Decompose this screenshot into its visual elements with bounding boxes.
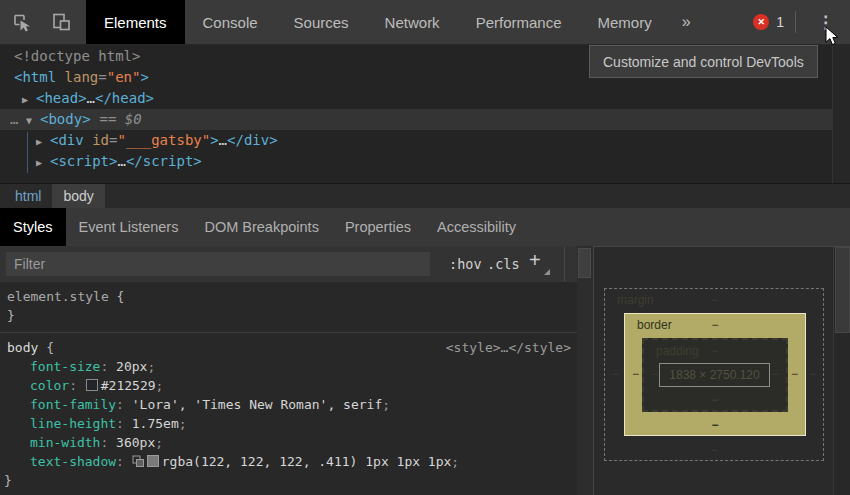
tab-styles-label: Styles — [13, 219, 53, 235]
new-style-rule-button[interactable]: + — [529, 249, 541, 272]
tab-accessibility[interactable]: Accessibility — [424, 208, 529, 246]
padding-top-value[interactable]: − — [644, 344, 786, 358]
dom-node-script[interactable]: ▶<script>…</script> — [0, 151, 850, 172]
div-attr-value: "___gatsby" — [117, 132, 210, 148]
padding-right-value[interactable]: − — [772, 367, 779, 381]
scrollbar-thumb[interactable] — [835, 247, 850, 333]
tab-styles[interactable]: Styles — [0, 208, 66, 246]
padding-left-value[interactable]: − — [651, 367, 658, 381]
css-property-row[interactable]: color: #212529; — [0, 376, 577, 395]
styles-pane-scrollbar[interactable] — [577, 246, 593, 495]
tab-memory-label: Memory — [598, 14, 652, 31]
dom-node-head[interactable]: ▶<head>…</head> — [0, 88, 850, 109]
css-property-row[interactable]: text-shadow: rgba(122, 122, 122, .411) 1… — [0, 452, 577, 471]
script-ellipsis[interactable]: … — [117, 153, 125, 169]
inspect-element-icon[interactable] — [7, 7, 37, 37]
css-property-row[interactable]: line-height: 1.75em; — [0, 414, 577, 433]
div-ellipsis[interactable]: … — [219, 132, 227, 148]
script-tag-open: <script> — [50, 153, 117, 169]
css-property-row[interactable]: font-family: 'Lora', 'Times New Roman', … — [0, 395, 577, 414]
box-model-diagram: margin − − − − border − − − − padding − … — [594, 247, 834, 495]
device-toolbar-icon[interactable] — [46, 7, 76, 37]
node-options-ellipsis[interactable]: … — [8, 109, 26, 130]
property-name[interactable]: font-size — [30, 359, 100, 374]
property-name[interactable]: line-height — [30, 416, 116, 431]
css-property-row[interactable]: min-width: 360px; — [0, 433, 577, 452]
tab-performance[interactable]: Performance — [458, 0, 580, 44]
property-name[interactable]: min-width — [30, 435, 100, 450]
body-style-rule[interactable]: body {<style>…</style> font-size: 20px; … — [0, 333, 577, 495]
expand-arrow-icon[interactable]: ▶ — [36, 152, 50, 173]
property-value[interactable]: 1.75em — [132, 416, 179, 431]
error-icon: ✕ — [753, 14, 769, 30]
color-swatch[interactable] — [147, 455, 159, 467]
head-tag-close: </head> — [95, 90, 154, 106]
filter-input[interactable] — [6, 252, 430, 276]
breadcrumb-item-body[interactable]: body — [52, 184, 104, 208]
collapse-arrow-icon[interactable]: ▼ — [26, 110, 40, 131]
box-model-content[interactable]: 1838 × 2750.120 — [659, 363, 770, 387]
selected-node-flag: == $0 — [100, 111, 142, 127]
property-value[interactable]: 'Lora', 'Times New Roman', serif — [132, 397, 382, 412]
dom-node-gatsby-div[interactable]: ▶<div id="___gatsby">…</div> — [0, 130, 850, 151]
border-bottom-value[interactable]: − — [625, 418, 805, 432]
tooltip: Customize and control DevTools — [589, 45, 818, 78]
colon: : — [100, 359, 116, 374]
more-tabs-icon[interactable]: » — [670, 0, 703, 44]
border-left-value[interactable]: − — [632, 367, 639, 381]
toggle-class-button[interactable]: .cls — [487, 252, 520, 276]
error-badge[interactable]: ✕ 1 — [753, 14, 784, 30]
body-rule-selector[interactable]: body — [7, 340, 46, 355]
property-value[interactable]: #212529 — [101, 378, 156, 393]
margin-left-value[interactable]: − — [612, 367, 619, 381]
margin-top-value[interactable]: − — [605, 293, 823, 307]
tab-console[interactable]: Console — [185, 0, 276, 44]
box-model-border[interactable]: border − − − − padding − − − − 1838 × 27… — [624, 313, 806, 436]
colon: : — [69, 378, 85, 393]
doctype-text: <!doctype html> — [14, 48, 140, 64]
inline-style-selector[interactable]: element.style — [7, 289, 117, 304]
tab-dom-breakpoints[interactable]: DOM Breakpoints — [191, 208, 331, 246]
toggle-hover-state-button[interactable]: :hov — [449, 252, 482, 276]
scrollbar-thumb[interactable] — [578, 248, 591, 278]
breadcrumb-item-html[interactable]: html — [4, 184, 52, 208]
property-name[interactable]: color — [30, 378, 69, 393]
dom-tree-scrollbar[interactable] — [832, 45, 850, 183]
margin-bottom-value[interactable]: − — [605, 443, 823, 457]
padding-bottom-value[interactable]: − — [644, 393, 786, 407]
tab-event-listeners-label: Event Listeners — [79, 219, 179, 235]
computed-pane-scrollbar[interactable] — [833, 247, 850, 495]
tab-properties[interactable]: Properties — [332, 208, 424, 246]
dom-node-body-selected[interactable]: …▼<body>== $0 — [0, 109, 850, 130]
inline-style-rule[interactable]: element.style { } — [0, 282, 577, 333]
new-rule-dropdown-triangle-icon[interactable] — [544, 269, 550, 275]
shadow-editor-icon[interactable] — [132, 455, 145, 468]
tab-sources[interactable]: Sources — [276, 0, 367, 44]
tab-elements[interactable]: Elements — [86, 0, 185, 44]
more-tabs-glyph: » — [682, 13, 691, 31]
tab-network[interactable]: Network — [367, 0, 458, 44]
property-value[interactable]: 360px — [116, 435, 155, 450]
tab-memory[interactable]: Memory — [580, 0, 670, 44]
property-name[interactable]: font-family — [30, 397, 116, 412]
property-name[interactable]: text-shadow — [30, 454, 116, 469]
style-source-link[interactable]: <style>…</style> — [446, 338, 571, 357]
head-tag-open: <head> — [36, 90, 87, 106]
script-closing-tag: </script> — [126, 153, 202, 169]
border-top-value[interactable]: − — [625, 318, 805, 332]
border-right-value[interactable]: − — [791, 367, 798, 381]
box-model-padding[interactable]: padding − − − − 1838 × 2750.120 — [642, 338, 788, 412]
close-brace: } — [4, 473, 12, 488]
filter-bar-separator — [564, 246, 565, 282]
tab-accessibility-label: Accessibility — [437, 219, 516, 235]
margin-right-value[interactable]: − — [809, 367, 816, 381]
property-value[interactable]: rgba(122, 122, 122, .411) 1px 1px 1px — [162, 454, 452, 469]
property-value[interactable]: 20px — [116, 359, 147, 374]
tab-event-listeners[interactable]: Event Listeners — [66, 208, 192, 246]
head-ellipsis[interactable]: … — [87, 90, 95, 106]
css-property-row[interactable]: font-size: 20px; — [0, 357, 577, 376]
expand-arrow-icon[interactable]: ▶ — [36, 131, 50, 152]
box-model-margin[interactable]: margin − − − − border − − − − padding − … — [604, 288, 824, 461]
expand-arrow-icon[interactable]: ▶ — [22, 89, 36, 110]
color-swatch[interactable] — [86, 379, 98, 391]
